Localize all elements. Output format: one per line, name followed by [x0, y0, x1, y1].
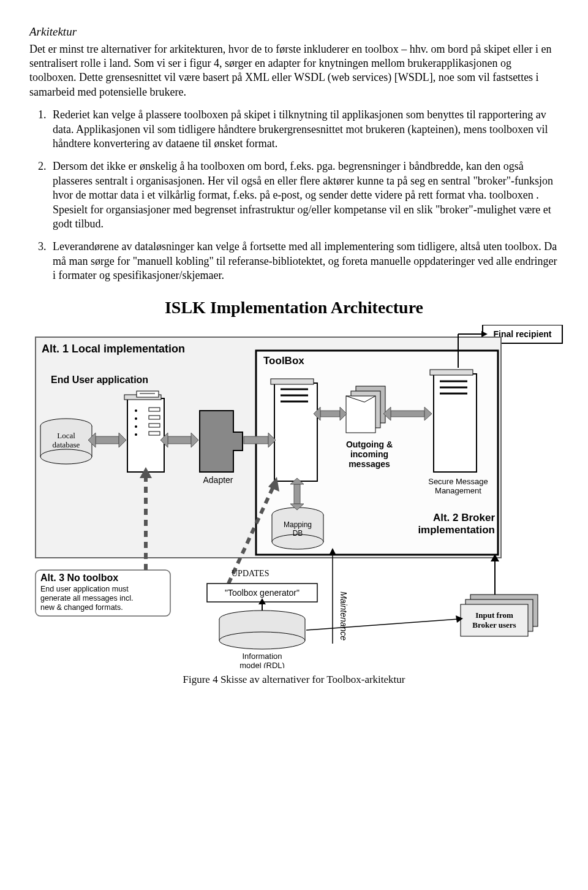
- svg-rect-37: [346, 396, 375, 433]
- updates-label: UPDATES: [232, 569, 269, 578]
- list-item: Dersom det ikke er ønskelig å ha toolbox…: [49, 159, 559, 231]
- svg-rect-18: [149, 424, 160, 427]
- toolbox-server-icon: [271, 379, 317, 481]
- secure-msg-label-1: Secure Message: [428, 477, 488, 486]
- alt2-label-2: implementation: [418, 524, 495, 536]
- section-heading: Arkitektur: [29, 25, 559, 40]
- diagram-title: ISLK Implementation Architecture: [29, 297, 559, 319]
- svg-point-22: [135, 425, 137, 428]
- end-user-app-label: End User application: [51, 375, 148, 385]
- alt3-body-3: new & changed formats.: [40, 603, 123, 612]
- diagram-container: ISLK Implementation Architecture Final r…: [29, 297, 559, 687]
- svg-text:Mapping: Mapping: [284, 520, 312, 529]
- broker-input-icon: Input from Broker users: [461, 595, 538, 636]
- list-item: Rederiet kan velge å plassere toolboxen …: [49, 108, 559, 151]
- outgoing-label-1: Outgoing &: [346, 439, 393, 449]
- alt3-title: Alt. 3 No toolbox: [40, 572, 118, 583]
- toolbox-label: ToolBox: [263, 355, 304, 367]
- info-model-icon: [219, 610, 305, 649]
- svg-rect-24: [168, 436, 191, 444]
- alt1-label: Alt. 1 Local implementation: [42, 343, 185, 355]
- svg-rect-33: [244, 436, 268, 444]
- svg-rect-17: [149, 416, 160, 419]
- svg-text:Input from: Input from: [475, 610, 513, 620]
- svg-rect-28: [274, 383, 317, 481]
- maintenance-label: Maintenance: [339, 591, 349, 641]
- outgoing-label-2: incoming: [350, 449, 388, 459]
- alternative-list: Rederiet kan velge å plassere toolboxen …: [29, 108, 559, 283]
- alt3-body-2: generate all messages incl.: [40, 594, 133, 603]
- svg-rect-29: [271, 379, 314, 384]
- svg-rect-16: [149, 408, 160, 411]
- svg-text:Broker users: Broker users: [472, 620, 516, 629]
- mapping-db-icon: Mapping DB: [272, 508, 323, 549]
- alt3-body-1: End user application must: [40, 585, 129, 593]
- adapter-label: Adapter: [203, 475, 233, 485]
- info-model-label-2: model (RDL): [239, 661, 285, 668]
- messages-icon: [346, 386, 385, 433]
- svg-point-23: [135, 433, 137, 436]
- svg-rect-41: [434, 374, 477, 472]
- info-model-label-1: Information: [242, 652, 282, 661]
- secure-server-icon: [430, 370, 477, 472]
- svg-rect-38: [320, 411, 340, 417]
- architecture-diagram: Final recipient Alt. 1 Local implementat…: [29, 325, 568, 668]
- svg-rect-46: [391, 411, 424, 417]
- svg-text:Local: Local: [57, 431, 75, 440]
- outgoing-label-3: messages: [349, 459, 390, 469]
- final-recipient-label: Final recipient: [494, 329, 552, 339]
- svg-rect-19: [149, 432, 160, 435]
- intro-paragraph: Det er minst tre alternativer for arkite…: [29, 42, 559, 100]
- svg-text:database: database: [53, 440, 80, 449]
- figure-caption: Figure 4 Skisse av alternativer for Tool…: [29, 673, 559, 687]
- secure-msg-label-2: Management: [435, 486, 481, 495]
- local-db-icon: Local database: [40, 419, 92, 464]
- svg-point-6: [40, 449, 92, 464]
- toolbox-gen-label: "Toolbox generator": [225, 588, 300, 598]
- svg-rect-42: [430, 370, 473, 375]
- svg-rect-9: [96, 436, 119, 444]
- svg-text:DB: DB: [293, 529, 303, 538]
- svg-point-20: [135, 409, 137, 412]
- svg-point-74: [219, 632, 305, 649]
- list-item: Leverandørene av dataløsninger kan velge…: [49, 240, 559, 283]
- svg-line-84: [306, 619, 458, 630]
- svg-point-21: [135, 417, 137, 420]
- svg-rect-14: [137, 391, 159, 397]
- svg-rect-59: [294, 484, 300, 504]
- alt2-label-1: Alt. 2 Broker: [433, 512, 495, 523]
- end-user-server-icon: [124, 391, 164, 472]
